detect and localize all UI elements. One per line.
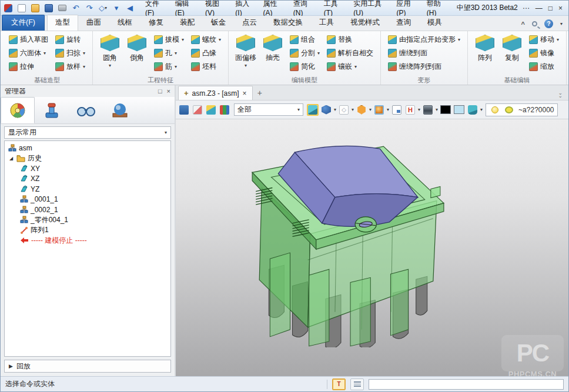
boss-button[interactable]: 凸缘 <box>189 46 223 60</box>
visibility-manager-tab[interactable] <box>69 97 103 123</box>
face-display-icon[interactable] <box>467 104 478 116</box>
ambient-icon[interactable] <box>503 104 515 116</box>
fillet-button[interactable]: 圆角▾ <box>96 33 123 68</box>
tree-item[interactable]: XZ <box>5 174 170 185</box>
pattern-button[interactable]: 阵列 <box>471 33 498 63</box>
dropdown-icon[interactable]: ▾ <box>334 108 336 112</box>
hole-button[interactable]: 孔▾ <box>152 46 186 60</box>
tree-item[interactable]: ----- 建模停止 ----- <box>5 236 170 246</box>
dropdown-icon[interactable]: ▾ <box>352 108 354 112</box>
document-tab[interactable]: + asm.Z3 - [asm] × <box>178 86 253 100</box>
status-input[interactable] <box>369 379 564 390</box>
tree-item[interactable]: ◢历史 <box>5 153 170 164</box>
panel-restore-icon[interactable]: □ <box>158 88 162 95</box>
exit-icon[interactable] <box>178 104 190 116</box>
ribbon-tab[interactable]: 数据交换 <box>265 15 311 31</box>
tree-item[interactable]: _0002_1 <box>5 205 170 215</box>
chamfer-button[interactable]: 倒角 <box>123 33 150 63</box>
ribbon-tab[interactable]: 模具 <box>419 15 450 31</box>
ribbon-tab[interactable]: 曲面 <box>78 15 109 31</box>
redo-icon[interactable]: ↷ <box>84 3 95 14</box>
dropdown-icon[interactable]: ▾ <box>436 108 438 112</box>
tree-item[interactable]: 阵列1 <box>5 225 170 236</box>
combine-button[interactable]: 组合 <box>287 33 322 46</box>
ribbon-tab[interactable]: 查询 <box>388 15 419 31</box>
color-swatch-black[interactable] <box>440 104 451 116</box>
move-button[interactable]: 移动▾ <box>527 33 561 46</box>
revolve-button[interactable]: 旋转 <box>53 33 88 46</box>
undo-icon[interactable]: ↶ <box>71 3 81 14</box>
show-hide-icon[interactable] <box>205 104 217 116</box>
view-orientation-icon[interactable] <box>356 104 367 116</box>
sweep-button[interactable]: 扫掠▾ <box>53 46 88 60</box>
tree-item[interactable]: XY <box>5 163 170 174</box>
tree-item[interactable]: _零件004_1 <box>5 215 170 226</box>
regen-icon[interactable]: ◇▾ <box>98 3 108 14</box>
ribbon-tab[interactable]: 装配 <box>172 15 203 31</box>
field-tag-toggle[interactable]: T <box>332 378 346 390</box>
section-view-icon[interactable] <box>404 104 416 116</box>
file-tab[interactable]: 文件(F) <box>2 15 45 31</box>
viewport-layout-icon[interactable] <box>391 104 403 116</box>
background-icon[interactable] <box>422 104 434 116</box>
save-icon[interactable] <box>43 3 54 14</box>
entity-filter-select[interactable]: 全部▾ <box>234 103 303 116</box>
isometric-view-icon[interactable] <box>307 104 319 116</box>
dropdown-icon[interactable]: ▾ <box>387 108 389 112</box>
stock-button[interactable]: 坯料 <box>189 60 223 73</box>
wireframe-display-icon[interactable] <box>338 104 350 116</box>
tree-filter-select[interactable]: 显示常用 ▾ <box>4 126 171 139</box>
doc-close-icon[interactable]: × <box>243 89 247 98</box>
ribbon-tab[interactable]: 造型 <box>47 15 78 31</box>
render-manager-tab[interactable] <box>103 97 137 123</box>
restore-icon[interactable]: □ <box>548 5 553 12</box>
light-icon[interactable] <box>489 104 501 116</box>
tree-item[interactable]: asm <box>5 143 170 153</box>
ribbon-tab[interactable]: 线框 <box>109 15 140 31</box>
toolbar-options-icon[interactable]: ▾ <box>111 3 122 14</box>
scale-button[interactable]: 缩放 <box>527 60 561 73</box>
insert-sketch-button[interactable]: 插入草图 <box>6 33 51 46</box>
filter-icon[interactable] <box>219 104 230 116</box>
box-button[interactable]: 六面体▾ <box>6 46 51 60</box>
inlay-button[interactable]: 镶嵌▾ <box>324 60 376 73</box>
close-icon[interactable]: × <box>558 5 563 12</box>
new-document-tab-button[interactable]: + <box>253 88 267 100</box>
replay-expander[interactable]: ▶ 回放 <box>4 360 171 373</box>
more-window-buttons-icon[interactable]: ⋯ <box>523 5 530 12</box>
open-file-icon[interactable] <box>30 3 41 14</box>
divide-button[interactable]: 分割▾ <box>287 46 322 60</box>
extrude-button[interactable]: 拉伸 <box>6 60 51 73</box>
print-icon[interactable] <box>57 3 68 14</box>
constraint-manager-tab[interactable] <box>35 97 69 123</box>
app-logo[interactable] <box>3 3 14 14</box>
ribbon-tab[interactable]: 修复 <box>140 15 172 31</box>
dropdown-icon[interactable]: ▾ <box>480 108 483 112</box>
list-toggle[interactable] <box>350 378 364 390</box>
ribbon-tab[interactable]: 工具 <box>311 15 342 31</box>
dropdown-icon[interactable]: ▾ <box>369 108 371 112</box>
help-dropdown-icon[interactable]: ▾ <box>560 22 563 26</box>
tab-overflow-icon[interactable]: ⌄ ⌄ <box>554 92 566 100</box>
tree-item[interactable]: YZ <box>5 184 170 195</box>
color-swatch-blue[interactable] <box>453 104 465 116</box>
collapse-ribbon-chevron-icon[interactable]: ^ <box>521 21 525 28</box>
dropdown-icon[interactable]: ▾ <box>418 108 420 112</box>
minimize-icon[interactable]: — <box>535 5 543 12</box>
rib-button[interactable]: 筋▾ <box>152 60 186 73</box>
collapse-ribbon-icon[interactable]: ◀ <box>125 3 135 14</box>
copy-button[interactable]: 复制 <box>498 33 526 63</box>
light-settings-field[interactable]: ~a?2?0000 <box>486 103 557 116</box>
mirror-button[interactable]: 镜像 <box>527 46 561 60</box>
wrap-pattern-to-face-button[interactable]: 缠绕阵列到面 <box>386 60 463 73</box>
eraser-icon[interactable] <box>192 104 203 116</box>
viewport-3d[interactable]: PC PHPCMS.CN <box>176 119 568 376</box>
history-manager-tab[interactable] <box>1 97 35 123</box>
heal-self-intersection-button[interactable]: 解析自相交 <box>324 46 376 60</box>
wrap-to-face-button[interactable]: 缠绕到面 <box>386 46 463 60</box>
face-offset-button[interactable]: 面偏移▾ <box>232 33 259 68</box>
ribbon-tab[interactable]: 钣金 <box>203 15 234 31</box>
draft-button[interactable]: 拔模▾ <box>152 33 186 46</box>
ribbon-tab[interactable]: 点云 <box>234 15 265 31</box>
render-mode-icon[interactable] <box>373 104 385 116</box>
